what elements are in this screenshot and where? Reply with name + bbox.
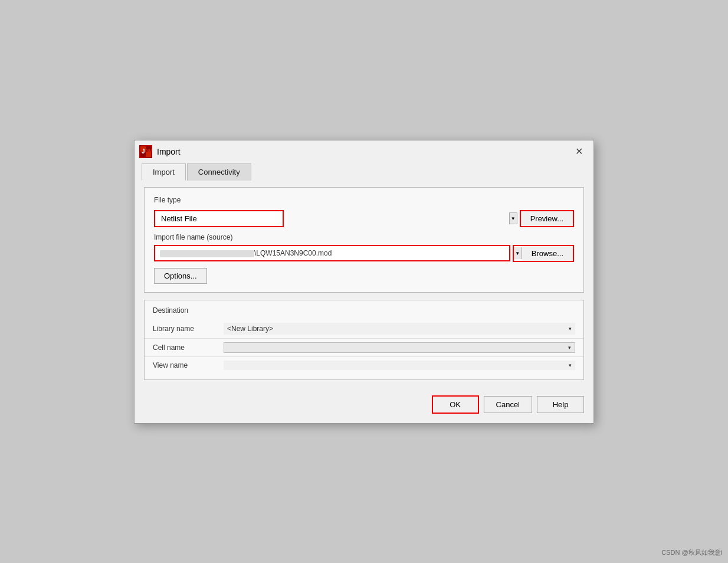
watermark: CSDN @秋风如我意i xyxy=(661,548,722,557)
library-label: Library name xyxy=(153,325,224,333)
preview-dropdown-arrow[interactable]: ▼ xyxy=(509,212,517,224)
tab-bar: Import Connectivity xyxy=(135,158,593,180)
file-path-input[interactable]: \LQW15AN3N9C00.mod xyxy=(154,245,510,261)
tab-import[interactable]: Import xyxy=(142,163,186,181)
library-value: <New Library> xyxy=(227,325,273,333)
browse-dropdown-arrow[interactable]: ▼ xyxy=(514,247,522,259)
options-row: Options... xyxy=(154,268,574,284)
cell-row: Cell name ▾ xyxy=(145,339,583,356)
cell-chevron-icon: ▾ xyxy=(568,345,571,351)
svg-text:J: J xyxy=(142,148,145,155)
title-bar: J W Import ✕ xyxy=(135,140,593,158)
view-chevron-icon: ▾ xyxy=(569,362,572,368)
svg-text:W: W xyxy=(146,148,152,155)
file-path-suffix: \LQW15AN3N9C00.mod xyxy=(254,249,332,257)
browse-button[interactable]: Browse... xyxy=(522,246,573,261)
dialog-body: File type Netlist File ▼ Preview... Impo… xyxy=(135,180,593,389)
dialog-title: Import xyxy=(157,147,181,156)
view-dropdown[interactable]: ▾ xyxy=(224,361,575,370)
library-dropdown[interactable]: <New Library> ▾ xyxy=(224,323,575,335)
import-file-row: \LQW15AN3N9C00.mod ▼ Browse... xyxy=(154,245,574,262)
view-value-wrap: ▾ xyxy=(224,361,575,370)
ok-button[interactable]: OK xyxy=(432,395,479,414)
file-section: File type Netlist File ▼ Preview... Impo… xyxy=(144,187,584,293)
help-button[interactable]: Help xyxy=(537,396,584,413)
view-row: View name ▾ xyxy=(145,357,583,374)
import-dialog: J W Import ✕ Import Connectivity File ty… xyxy=(134,140,594,424)
file-type-label: File type xyxy=(154,196,574,204)
cell-label: Cell name xyxy=(153,343,224,352)
preview-area: ▼ Preview... xyxy=(509,210,574,227)
file-type-dropdown[interactable]: Netlist File xyxy=(154,210,284,227)
close-button[interactable]: ✕ xyxy=(572,146,586,158)
library-row: Library name <New Library> ▾ xyxy=(145,319,583,338)
cell-input[interactable]: ▾ xyxy=(224,342,575,353)
app-icon: J W xyxy=(139,145,152,158)
bottom-bar: OK Cancel Help xyxy=(135,389,593,423)
blurred-path xyxy=(160,250,254,257)
cancel-button[interactable]: Cancel xyxy=(484,396,532,413)
view-label: View name xyxy=(153,361,224,369)
cell-value-wrap: ▾ xyxy=(224,342,575,353)
title-bar-left: J W Import xyxy=(139,145,181,158)
destination-title: Destination xyxy=(145,300,583,315)
library-chevron-icon: ▾ xyxy=(569,326,572,332)
file-type-value: Netlist File xyxy=(161,214,197,223)
file-type-row: Netlist File ▼ Preview... xyxy=(154,210,574,227)
browse-btn-wrap: ▼ Browse... xyxy=(513,245,574,262)
options-button[interactable]: Options... xyxy=(154,268,207,284)
destination-section: Destination Library name <New Library> ▾… xyxy=(144,300,584,380)
import-file-label: Import file name (source) xyxy=(154,233,574,241)
preview-button[interactable]: Preview... xyxy=(520,210,574,227)
library-value-wrap: <New Library> ▾ xyxy=(224,323,575,335)
tab-connectivity[interactable]: Connectivity xyxy=(187,163,251,181)
